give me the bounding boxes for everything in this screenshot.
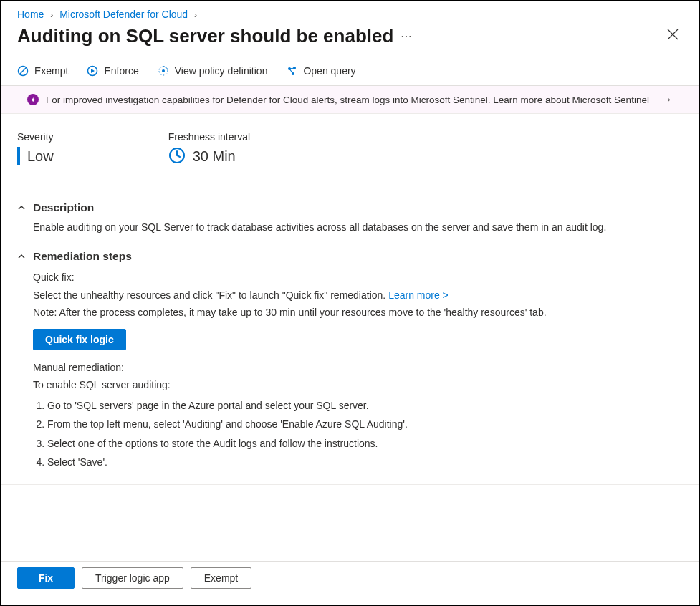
trigger-logic-app-button[interactable]: Trigger logic app bbox=[82, 567, 183, 589]
sentinel-icon: ✦ bbox=[27, 94, 39, 105]
enforce-icon bbox=[87, 65, 98, 77]
remediation-body: Quick fix: Select the unhealthy resource… bbox=[17, 269, 683, 471]
banner-arrow-link[interactable]: → bbox=[661, 93, 673, 106]
severity-bar-icon bbox=[17, 147, 20, 165]
breadcrumb-defender[interactable]: Microsoft Defender for Cloud bbox=[59, 9, 188, 20]
view-policy-label: View policy definition bbox=[175, 65, 268, 77]
freshness-block: Freshness interval 30 Min bbox=[168, 131, 250, 166]
severity-block: Severity Low bbox=[17, 131, 54, 166]
manual-step: Select 'Save'. bbox=[47, 453, 683, 471]
description-text: Enable auditing on your SQL Server to tr… bbox=[17, 220, 683, 235]
title-row: Auditing on SQL server should be enabled… bbox=[1, 23, 699, 59]
chevron-up-icon bbox=[17, 203, 26, 212]
description-section: Description Enable auditing on your SQL … bbox=[1, 196, 699, 244]
breadcrumb: Home › Microsoft Defender for Cloud › bbox=[1, 1, 699, 23]
manual-step: Select one of the options to store the A… bbox=[47, 435, 683, 453]
exempt-button[interactable]: Exempt bbox=[191, 567, 251, 589]
banner-text: For improved investigation capabilities … bbox=[46, 95, 649, 105]
breadcrumb-sep-1: › bbox=[50, 10, 53, 20]
quick-fix-note: Note: After the process completes, it ma… bbox=[33, 304, 683, 322]
fix-button[interactable]: Fix bbox=[17, 567, 75, 589]
manual-steps-list: Go to 'SQL servers' page in the Azure po… bbox=[33, 397, 683, 471]
severity-label: Severity bbox=[17, 131, 54, 143]
info-banner: ✦ For improved investigation capabilitie… bbox=[1, 86, 699, 114]
breadcrumb-sep-2: › bbox=[194, 10, 197, 20]
freshness-label: Freshness interval bbox=[168, 131, 250, 143]
learn-more-link[interactable]: Learn more > bbox=[388, 289, 449, 301]
quick-fix-logic-button[interactable]: Quick fix logic bbox=[33, 329, 126, 350]
freshness-value: 30 Min bbox=[193, 148, 236, 165]
remediation-heading-text: Remediation steps bbox=[33, 250, 132, 263]
enforce-action[interactable]: Enforce bbox=[87, 65, 138, 77]
quick-fix-text: Select the unhealthy resources and click… bbox=[33, 289, 388, 301]
page-title: Auditing on SQL server should be enabled bbox=[17, 25, 393, 47]
exempt-action[interactable]: Exempt bbox=[17, 65, 68, 77]
svg-line-1 bbox=[20, 68, 26, 74]
severity-value: Low bbox=[27, 148, 54, 165]
clock-icon bbox=[168, 147, 186, 166]
svg-point-4 bbox=[162, 69, 165, 72]
remediation-section: Remediation steps Quick fix: Select the … bbox=[1, 244, 699, 485]
page-frame: Home › Microsoft Defender for Cloud › Au… bbox=[0, 0, 700, 606]
toolbar: Exempt Enforce View policy definition Op… bbox=[1, 59, 699, 86]
remediation-heading[interactable]: Remediation steps bbox=[17, 250, 683, 263]
policy-icon bbox=[158, 65, 169, 77]
open-query-action[interactable]: Open query bbox=[286, 65, 355, 77]
manual-intro: To enable SQL server auditing: bbox=[33, 376, 683, 394]
footer-actions: Fix Trigger logic app Exempt bbox=[1, 561, 699, 605]
quick-fix-line: Select the unhealthy resources and click… bbox=[33, 287, 683, 304]
view-policy-action[interactable]: View policy definition bbox=[158, 65, 268, 77]
manual-step: Go to 'SQL servers' page in the Azure po… bbox=[47, 397, 683, 415]
quick-fix-label: Quick fix: bbox=[33, 269, 683, 287]
description-heading[interactable]: Description bbox=[17, 201, 683, 214]
meta-row: Severity Low Freshness interval 30 Min bbox=[1, 118, 699, 188]
exempt-icon bbox=[17, 65, 29, 77]
close-button[interactable] bbox=[663, 24, 683, 48]
breadcrumb-home[interactable]: Home bbox=[17, 9, 44, 20]
description-heading-text: Description bbox=[33, 201, 94, 214]
exempt-label: Exempt bbox=[34, 65, 68, 77]
manual-remediation-label: Manual remediation: bbox=[33, 359, 683, 377]
manual-step: From the top left menu, select 'Auditing… bbox=[47, 415, 683, 433]
close-icon bbox=[667, 29, 679, 40]
more-options-icon[interactable]: ⋯ bbox=[401, 29, 413, 43]
open-query-label: Open query bbox=[303, 65, 355, 77]
chevron-up-icon bbox=[17, 252, 26, 261]
enforce-label: Enforce bbox=[104, 65, 138, 77]
query-icon bbox=[286, 65, 297, 77]
